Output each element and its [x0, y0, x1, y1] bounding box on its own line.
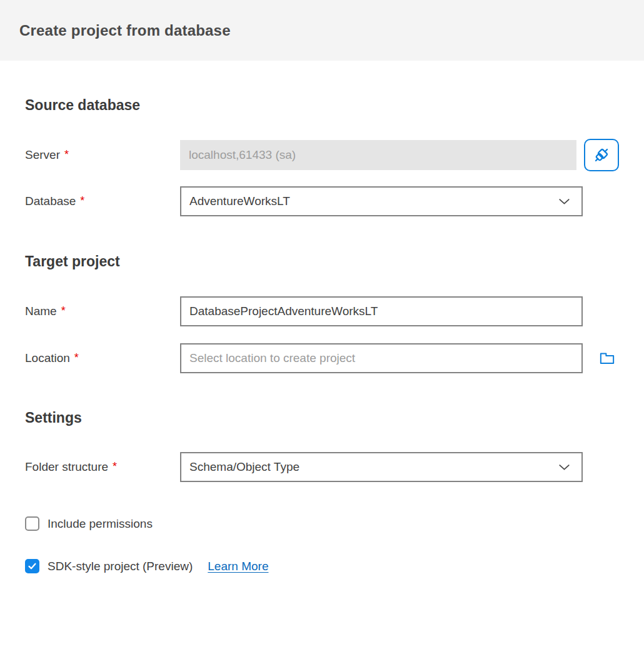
- location-input[interactable]: [180, 343, 583, 373]
- include-permissions-label[interactable]: Include permissions: [48, 517, 153, 531]
- required-asterisk: *: [64, 148, 69, 161]
- dialog-body: Source database Server* Database*: [0, 97, 644, 573]
- sdk-style-project-label[interactable]: SDK-style project (Preview): [48, 560, 193, 573]
- project-name-row: Name*: [25, 296, 619, 326]
- required-asterisk: *: [74, 351, 79, 364]
- create-project-from-database-dialog: Create project from database Source data…: [0, 0, 644, 573]
- chevron-down-icon: [557, 194, 571, 209]
- location-label-text: Location: [25, 351, 70, 365]
- required-asterisk: *: [113, 460, 117, 473]
- section-title-settings: Settings: [25, 410, 619, 426]
- location-label: Location*: [25, 351, 180, 365]
- folder-icon: [598, 350, 616, 367]
- name-label: Name*: [25, 304, 180, 318]
- server-label: Server*: [25, 148, 180, 162]
- project-name-input[interactable]: [180, 296, 583, 326]
- dialog-header: Create project from database: [0, 0, 644, 61]
- select-connection-button[interactable]: [584, 139, 619, 171]
- sdk-style-project-row: SDK-style project (Preview) Learn More: [25, 559, 619, 573]
- server-row: Server*: [25, 139, 619, 171]
- server-label-text: Server: [25, 148, 60, 161]
- database-dropdown-value: AdventureWorksLT: [189, 194, 290, 208]
- database-label-text: Database: [25, 194, 76, 208]
- browse-location-button[interactable]: [598, 350, 616, 367]
- server-input: [180, 140, 576, 170]
- checkmark-icon: [27, 561, 38, 571]
- database-label: Database*: [25, 194, 180, 208]
- database-dropdown[interactable]: AdventureWorksLT: [180, 186, 583, 216]
- name-label-text: Name: [25, 304, 57, 318]
- include-permissions-row: Include permissions: [25, 516, 619, 531]
- learn-more-link[interactable]: Learn More: [208, 560, 268, 573]
- folder-structure-label: Folder structure*: [25, 460, 180, 474]
- database-row: Database* AdventureWorksLT: [25, 186, 619, 216]
- folder-structure-label-text: Folder structure: [25, 460, 108, 473]
- folder-structure-row: Folder structure* Schema/Object Type: [25, 452, 619, 482]
- folder-structure-dropdown-value: Schema/Object Type: [189, 460, 299, 474]
- include-permissions-checkbox[interactable]: [25, 516, 39, 531]
- folder-structure-dropdown[interactable]: Schema/Object Type: [180, 452, 583, 482]
- section-title-source-database: Source database: [25, 97, 619, 114]
- sdk-style-project-checkbox[interactable]: [25, 559, 39, 573]
- location-row: Location*: [25, 343, 619, 373]
- plug-icon: [591, 145, 611, 165]
- required-asterisk: *: [80, 194, 84, 207]
- chevron-down-icon: [557, 460, 571, 475]
- page-title: Create project from database: [19, 22, 231, 39]
- required-asterisk: *: [61, 304, 66, 317]
- section-title-target-project: Target project: [25, 253, 619, 270]
